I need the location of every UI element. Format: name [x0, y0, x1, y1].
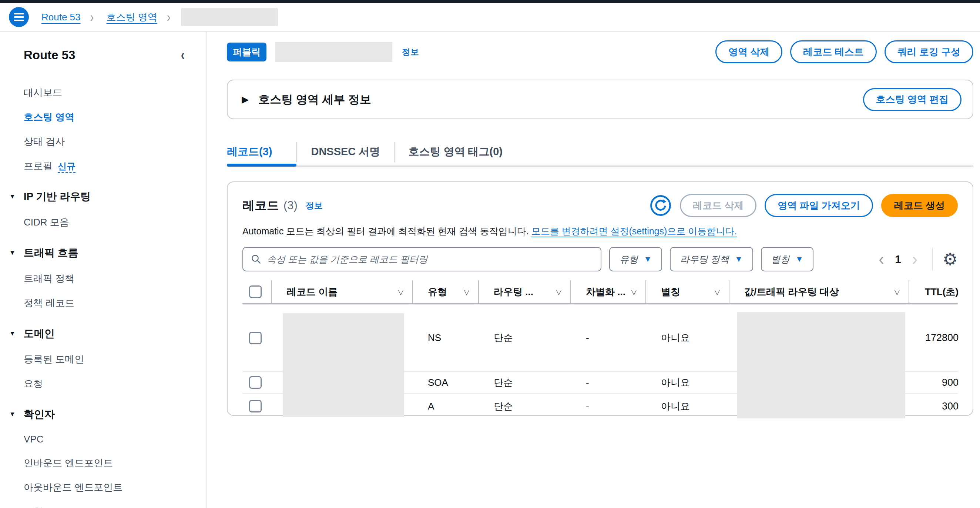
caret-down-icon: ▼ [796, 255, 803, 264]
column-header-alias[interactable]: 별칭 ▽ [646, 280, 729, 303]
sidebar-item-dashboard[interactable]: 대시보드 [24, 86, 206, 99]
cell-ttl: 900 [909, 372, 959, 393]
records-description: Automatic 모드는 최상의 필터 결과에 최적화된 현재 검색 동작입니… [242, 225, 958, 237]
tab-hosted-zone-tags[interactable]: 호스팅 영역 태그(0) [395, 142, 516, 167]
search-icon [251, 254, 262, 265]
configure-query-logging-button[interactable]: 쿼리 로깅 구성 [885, 40, 973, 63]
records-info-link[interactable]: 정보 [306, 200, 323, 212]
sidebar-section-label: 도메인 [24, 326, 55, 341]
previous-page-icon[interactable]: ‹ [875, 250, 888, 269]
sidebar-item-requests[interactable]: 요청 [24, 377, 206, 390]
sidebar-item-vpc[interactable]: VPC [24, 433, 206, 445]
refresh-icon[interactable] [649, 194, 672, 217]
info-link[interactable]: 정보 [402, 46, 419, 58]
new-badge[interactable]: 신규 [58, 161, 75, 173]
hamburger-menu-icon[interactable] [9, 7, 29, 27]
cell-routing: 단순 [479, 372, 571, 393]
sidebar-item-rules[interactable]: 규칙 [24, 505, 206, 508]
delete-record-button[interactable]: 레코드 삭제 [680, 194, 756, 217]
filter-label: 별칭 [771, 253, 790, 266]
row-checkbox[interactable] [249, 332, 262, 344]
column-label: 값/트래픽 라우팅 대상 [744, 285, 839, 298]
filter-label: 유형 [619, 253, 638, 266]
filter-type-dropdown[interactable]: 유형 ▼ [609, 247, 662, 271]
sidebar-section-traffic-flow[interactable]: ▼ 트래픽 흐름 [9, 246, 206, 260]
tab-records[interactable]: 레코드(3) [227, 142, 296, 167]
sidebar-section-resolver[interactable]: ▼ 확인자 [9, 407, 206, 421]
select-all-checkbox[interactable] [249, 285, 262, 298]
edit-hosted-zone-button[interactable]: 호스팅 영역 편집 [863, 88, 961, 111]
divider [932, 248, 933, 271]
caret-down-icon: ▼ [644, 255, 652, 264]
column-header-routing[interactable]: 라우팅 ... ▽ [479, 280, 571, 303]
import-zone-file-button[interactable]: 영역 파일 가져오기 [765, 194, 873, 217]
next-page-icon[interactable]: › [908, 250, 921, 269]
test-record-button[interactable]: 레코드 테스트 [790, 40, 877, 63]
triangle-down-icon: ▼ [9, 330, 16, 337]
sidebar-item-registered-domains[interactable]: 등록된 도메인 [24, 353, 206, 366]
sidebar-title: Route 53 [24, 48, 75, 62]
triangle-down-icon: ▼ [9, 249, 16, 256]
record-filter-input[interactable] [267, 254, 593, 265]
cell-type: A [413, 394, 479, 419]
sidebar-item-policy-records[interactable]: 정책 레코드 [24, 296, 206, 309]
current-page[interactable]: 1 [895, 253, 901, 266]
column-label: 유형 [428, 285, 447, 298]
sort-icon: ▽ [464, 288, 469, 296]
sidebar-section-label: 트래픽 흐름 [24, 246, 78, 260]
row-checkbox[interactable] [249, 376, 262, 389]
zone-name-redacted [275, 42, 392, 62]
details-panel-title: 호스팅 영역 세부 정보 [258, 92, 371, 107]
cell-differentiator: - [571, 394, 646, 419]
settings-gear-icon[interactable]: ⚙ [943, 251, 958, 268]
pagination: ‹ 1 › ⚙ [875, 248, 958, 271]
tab-dnssec-signing[interactable]: DNSSEC 서명 [297, 142, 394, 167]
sort-icon: ▽ [894, 288, 900, 296]
settings-link[interactable]: 모드를 변경하려면 설정(settings)으로 이동합니다. [531, 226, 737, 236]
page-header: 퍼블릭 정보 영역 삭제 레코드 테스트 쿼리 로깅 구성 [227, 40, 973, 64]
column-header-ttl[interactable]: TTL(초) [909, 280, 959, 303]
table-header-row: 레코드 이름 ▽ 유형 ▽ 라우팅 ... ▽ 차별화 ... ▽ 별칭 ▽ 값… [242, 280, 958, 303]
record-name-redacted [283, 313, 404, 417]
delete-zone-button[interactable]: 영역 삭제 [715, 40, 783, 63]
sidebar-item-cidr-collections[interactable]: CIDR 모음 [24, 216, 206, 229]
column-header-type[interactable]: 유형 ▽ [413, 280, 479, 303]
records-title: 레코드 [242, 197, 279, 214]
sidebar-section-domains[interactable]: ▼ 도메인 [9, 326, 206, 341]
sidebar-item-outbound-endpoints[interactable]: 아웃바운드 엔드포인트 [24, 481, 206, 494]
breadcrumb-link-hosted-zones[interactable]: 호스팅 영역 [107, 11, 157, 24]
triangle-right-icon[interactable]: ▶ [242, 94, 249, 105]
sidebar-item-inbound-endpoints[interactable]: 인바운드 엔드포인트 [24, 457, 206, 470]
description-text: Automatic 모드는 최상의 필터 결과에 최적화된 현재 검색 동작입니… [242, 226, 529, 236]
sort-icon: ▽ [714, 288, 720, 296]
record-filter-searchbox[interactable] [242, 247, 601, 271]
sidebar-item-profiles[interactable]: 프로필신규 [24, 159, 206, 172]
breadcrumb-link-route53[interactable]: Route 53 [41, 11, 81, 23]
cell-differentiator: - [571, 305, 646, 371]
record-value-redacted [737, 312, 905, 419]
create-record-button[interactable]: 레코드 생성 [881, 194, 958, 217]
column-header-record-name[interactable]: 레코드 이름 ▽ [272, 280, 413, 303]
column-label: 라우팅 ... [494, 285, 533, 298]
column-header-differentiator[interactable]: 차별화 ... ▽ [571, 280, 646, 303]
column-header-value[interactable]: 값/트래픽 라우팅 대상 ▽ [729, 280, 909, 303]
sidebar-item-hosted-zones[interactable]: 호스팅 영역 [24, 111, 206, 124]
sidebar-collapse-icon[interactable]: ‹ [181, 47, 184, 63]
sidebar-section-ip-routing[interactable]: ▼ IP 기반 라우팅 [9, 190, 206, 204]
cell-ttl: 300 [909, 394, 959, 419]
column-label: 차별화 ... [586, 285, 625, 298]
sidebar-item-health-checks[interactable]: 상태 검사 [24, 135, 206, 148]
records-table: 레코드 이름 ▽ 유형 ▽ 라우팅 ... ▽ 차별화 ... ▽ 별칭 ▽ 값… [242, 280, 958, 419]
sort-icon: ▽ [398, 288, 403, 296]
cell-alias: 아니요 [646, 372, 729, 393]
filter-alias-dropdown[interactable]: 별칭 ▼ [761, 247, 814, 271]
hosted-zone-details-panel: ▶ 호스팅 영역 세부 정보 호스팅 영역 편집 [227, 80, 973, 119]
column-label: 레코드 이름 [287, 285, 337, 298]
column-label: TTL(초) [925, 285, 959, 298]
sidebar: Route 53 ‹ 대시보드 호스팅 영역 상태 검사 프로필신규 ▼ IP … [0, 32, 207, 508]
filter-routing-policy-dropdown[interactable]: 라우팅 정책 ▼ [670, 247, 753, 271]
sort-icon: ▽ [556, 288, 562, 296]
row-checkbox[interactable] [249, 400, 262, 412]
records-card: 레코드 (3) 정보 레코드 삭제 영역 파일 가져오기 레코드 생성 Auto… [227, 182, 973, 416]
sidebar-item-traffic-policies[interactable]: 트래픽 정책 [24, 272, 206, 285]
